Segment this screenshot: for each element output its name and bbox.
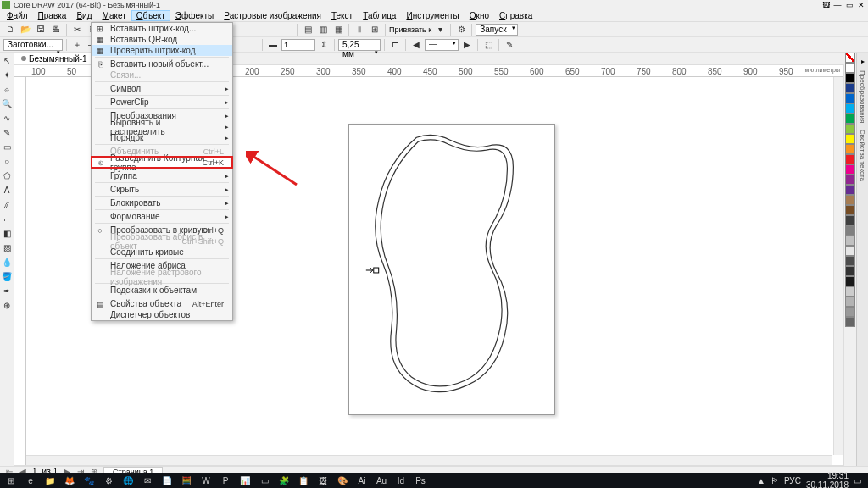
menu-вид[interactable]: Вид bbox=[71, 10, 97, 21]
menuitem[interactable]: Подсказки к объектам bbox=[92, 285, 232, 296]
color-swatch[interactable] bbox=[845, 63, 855, 73]
taskbar-app[interactable]: Id bbox=[392, 474, 410, 487]
line-style-dropdown[interactable]: — bbox=[425, 39, 459, 51]
taskbar-app[interactable]: 📄 bbox=[158, 474, 176, 487]
color-swatch[interactable] bbox=[845, 307, 855, 317]
menuitem[interactable]: Порядок▸ bbox=[92, 132, 232, 143]
color-swatch[interactable] bbox=[845, 317, 855, 327]
color-swatch[interactable] bbox=[845, 114, 855, 124]
close-button[interactable]: ✕ bbox=[856, 1, 866, 9]
taskbar-app[interactable]: 🌐 bbox=[119, 474, 137, 487]
dock-tab-text[interactable]: Свойства текста bbox=[859, 128, 866, 183]
distribute-icon[interactable]: ⫴ bbox=[353, 23, 366, 36]
menuitem[interactable]: ⎋Разъединить Контурная группаCtrl+K bbox=[92, 157, 232, 168]
menu-эффекты[interactable]: Эффекты bbox=[170, 10, 219, 21]
launch-dropdown[interactable]: Запуск bbox=[476, 24, 517, 36]
taskbar-app[interactable]: 📁 bbox=[41, 474, 59, 487]
color-swatch[interactable] bbox=[845, 225, 855, 236]
parallel-tool-icon[interactable]: ⫽ bbox=[1, 198, 13, 210]
group-icon[interactable]: ⊞ bbox=[368, 23, 381, 36]
pick-tool-icon[interactable]: ↖ bbox=[1, 54, 13, 66]
color-swatch[interactable] bbox=[845, 286, 855, 297]
color-swatch[interactable] bbox=[845, 185, 855, 195]
taskbar-app[interactable]: 🧩 bbox=[275, 474, 293, 487]
menuitem[interactable]: ⊞Вставить штрих-код... bbox=[92, 23, 232, 34]
color-swatch[interactable] bbox=[845, 256, 855, 266]
dock-collapse-icon[interactable]: ▸ bbox=[861, 58, 865, 65]
crop-tool-icon[interactable]: ⟐ bbox=[1, 83, 13, 95]
cut-icon[interactable]: ✂ bbox=[70, 23, 84, 36]
maximize-button[interactable]: ▭ bbox=[844, 1, 854, 9]
menu-текст[interactable]: Текст bbox=[326, 10, 358, 21]
end-arrow-icon[interactable]: ▶ bbox=[460, 38, 474, 52]
color-swatch[interactable] bbox=[845, 154, 855, 164]
artistic-media-icon[interactable]: ✎ bbox=[1, 126, 13, 138]
menu-таблица[interactable]: Таблица bbox=[358, 10, 401, 21]
outline-width-dropdown[interactable]: 5,25 мм bbox=[338, 39, 381, 51]
wrap-icon[interactable]: ⬚ bbox=[481, 38, 495, 52]
trace-icon[interactable]: ✎ bbox=[503, 38, 516, 52]
tray-notif-icon[interactable]: ▭ bbox=[854, 476, 861, 485]
menuitem[interactable]: ⎘Вставить новый объект... bbox=[92, 58, 232, 69]
color-swatch[interactable] bbox=[845, 297, 855, 307]
color-swatch[interactable] bbox=[845, 124, 855, 134]
taskbar-app[interactable]: P bbox=[216, 474, 235, 487]
menuitem[interactable]: Скрыть▸ bbox=[92, 184, 232, 195]
connector-tool-icon[interactable]: ⌐ bbox=[1, 213, 13, 225]
align-left-icon[interactable]: ▤ bbox=[301, 23, 314, 36]
open-icon[interactable]: 📂 bbox=[19, 23, 32, 36]
taskbar-app[interactable]: 📊 bbox=[236, 474, 254, 487]
menuitem[interactable]: ▦Проверить штрих-код bbox=[92, 45, 232, 56]
print-icon[interactable]: 🖶 bbox=[49, 23, 63, 36]
page-object[interactable] bbox=[348, 124, 555, 415]
color-swatch[interactable] bbox=[845, 195, 855, 205]
color-swatch[interactable] bbox=[845, 276, 855, 286]
menuitem[interactable]: Символ▸ bbox=[92, 83, 232, 94]
color-swatch[interactable] bbox=[845, 215, 855, 225]
taskbar-app[interactable]: 🖼 bbox=[314, 474, 332, 487]
dock-tab-transform[interactable]: Преобразования bbox=[859, 69, 866, 125]
menuitem[interactable]: Формование▸ bbox=[92, 211, 232, 222]
taskbar-app[interactable]: Au bbox=[372, 474, 391, 487]
snap-dropdown-icon[interactable]: ▾ bbox=[433, 23, 447, 36]
menu-растровые изображения[interactable]: Растровые изображения bbox=[219, 10, 326, 21]
taskbar-app[interactable]: 🎨 bbox=[333, 474, 352, 487]
presets-dropdown[interactable]: Заготовки... bbox=[3, 39, 63, 51]
color-swatch[interactable] bbox=[845, 103, 855, 114]
save-icon[interactable]: 🖫 bbox=[34, 23, 47, 36]
start-arrow-icon[interactable]: ◀ bbox=[409, 38, 423, 52]
color-swatch[interactable] bbox=[845, 205, 855, 215]
options-icon[interactable]: ⚙ bbox=[454, 23, 468, 36]
color-swatch[interactable] bbox=[845, 93, 855, 103]
menuitem[interactable]: ▤Свойства объектаAlt+Enter bbox=[92, 298, 232, 309]
color-none[interactable] bbox=[845, 53, 855, 63]
tray-lang[interactable]: РУС bbox=[784, 476, 801, 485]
taskbar-app[interactable]: ▭ bbox=[255, 474, 274, 487]
scrollbar-vertical[interactable] bbox=[833, 77, 843, 455]
taskbar-app[interactable]: ⊞ bbox=[2, 474, 20, 487]
menu-справка[interactable]: Справка bbox=[494, 10, 537, 21]
rectangle-tool-icon[interactable]: ▭ bbox=[1, 141, 13, 152]
taskbar-app[interactable]: 🐾 bbox=[80, 474, 98, 487]
menuitem[interactable]: ▦Вставить QR-код bbox=[92, 34, 232, 45]
shape-tool-icon[interactable]: ✦ bbox=[1, 69, 13, 80]
menu-объект[interactable]: Объект bbox=[131, 10, 170, 21]
text-tool-icon[interactable]: A bbox=[1, 184, 13, 196]
taskbar-app[interactable]: 🦊 bbox=[60, 474, 79, 487]
color-swatch[interactable] bbox=[845, 236, 855, 246]
menuitem[interactable]: Соединить кривые bbox=[92, 247, 232, 258]
transparency-tool-icon[interactable]: ▨ bbox=[1, 241, 13, 253]
align-center-icon[interactable]: ▥ bbox=[316, 23, 330, 36]
color-swatch[interactable] bbox=[845, 83, 855, 93]
color-swatch[interactable] bbox=[845, 164, 855, 175]
ellipse-tool-icon[interactable]: ○ bbox=[1, 155, 13, 167]
taskbar-app[interactable]: 🧮 bbox=[177, 474, 196, 487]
tray-flag-icon[interactable]: 🏳 bbox=[771, 476, 779, 485]
menu-файл[interactable]: Файл bbox=[2, 10, 33, 21]
fill-tool-icon[interactable]: 🪣 bbox=[1, 270, 13, 282]
more-tools-icon[interactable]: ⊕ bbox=[1, 299, 13, 311]
color-swatch[interactable] bbox=[845, 144, 855, 154]
color-swatch[interactable] bbox=[845, 246, 855, 256]
zoom-tool-icon[interactable]: 🔍 bbox=[1, 97, 13, 109]
document-tab[interactable]: Безымянный-1 bbox=[14, 53, 95, 64]
